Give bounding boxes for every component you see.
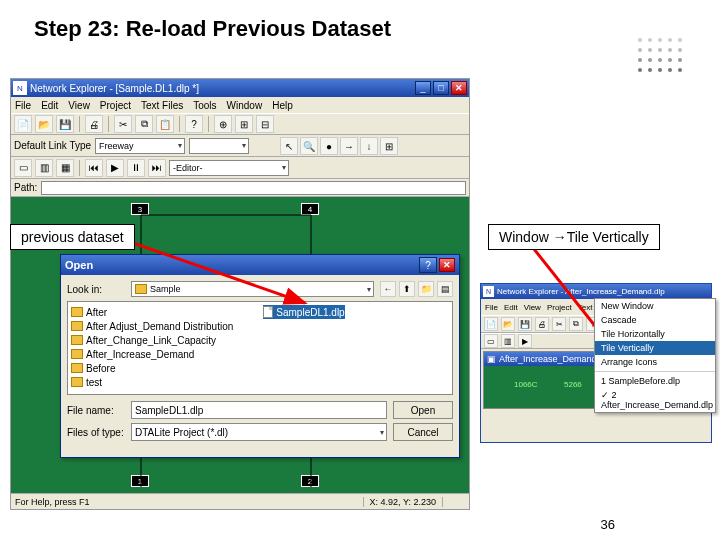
print-icon[interactable]: 🖨 bbox=[85, 115, 103, 133]
rect-tool-icon[interactable]: ▭ bbox=[484, 334, 498, 348]
pause-icon[interactable]: ⏸ bbox=[127, 159, 145, 177]
new-icon[interactable]: 📄 bbox=[484, 317, 498, 331]
menu-window-file-1[interactable]: 1 SampleBefore.dlp bbox=[595, 374, 715, 388]
chart-tool-icon[interactable]: ▥ bbox=[35, 159, 53, 177]
tool-a-icon[interactable]: ⊕ bbox=[214, 115, 232, 133]
default-link-combo[interactable]: Freeway bbox=[95, 138, 185, 154]
newfolder-icon[interactable]: 📁 bbox=[418, 281, 434, 297]
chart-tool-icon[interactable]: ▥ bbox=[501, 334, 515, 348]
node-4[interactable]: 4 bbox=[301, 203, 319, 215]
pointer-icon[interactable]: ↖ bbox=[280, 137, 298, 155]
back-icon[interactable]: ← bbox=[380, 281, 396, 297]
node-2[interactable]: 2 bbox=[301, 475, 319, 487]
folder-item[interactable]: Before bbox=[71, 361, 233, 375]
circle-icon[interactable]: ● bbox=[320, 137, 338, 155]
menu-edit[interactable]: Edit bbox=[41, 100, 58, 111]
zoom-icon[interactable]: 🔍 bbox=[300, 137, 318, 155]
svg-point-6 bbox=[648, 48, 652, 52]
print-icon[interactable]: 🖨 bbox=[535, 317, 549, 331]
new-icon[interactable]: 📄 bbox=[14, 115, 32, 133]
svg-point-4 bbox=[678, 38, 682, 42]
menu-help[interactable]: Help bbox=[272, 100, 293, 111]
menu-edit[interactable]: Edit bbox=[504, 303, 518, 312]
window-menu-dropdown: New Window Cascade Tile Horizontally Til… bbox=[594, 298, 716, 413]
folder-item[interactable]: After bbox=[71, 305, 233, 319]
menu-file[interactable]: File bbox=[15, 100, 31, 111]
node-1[interactable]: 1 bbox=[131, 475, 149, 487]
folder-item[interactable]: After_Change_Link_Capacity bbox=[71, 333, 233, 347]
menu-view[interactable]: View bbox=[68, 100, 90, 111]
open-icon[interactable]: 📂 bbox=[501, 317, 515, 331]
menu-view[interactable]: View bbox=[524, 303, 541, 312]
help-button[interactable]: ? bbox=[419, 257, 437, 273]
svg-point-12 bbox=[658, 58, 662, 62]
svg-point-16 bbox=[648, 68, 652, 72]
copy-icon[interactable]: ⧉ bbox=[135, 115, 153, 133]
menu-tools[interactable]: Tools bbox=[193, 100, 216, 111]
grid-icon[interactable]: ⊞ bbox=[380, 137, 398, 155]
tool-b-icon[interactable]: ⊞ bbox=[235, 115, 253, 133]
filename-input[interactable] bbox=[131, 401, 387, 419]
play-icon[interactable]: ▶ bbox=[106, 159, 124, 177]
forward-icon[interactable]: ⏭ bbox=[148, 159, 166, 177]
table-tool-icon[interactable]: ▦ bbox=[56, 159, 74, 177]
menu-arrange-icons[interactable]: Arrange Icons bbox=[595, 355, 715, 369]
slide-title: Step 23: Re-load Previous Dataset bbox=[0, 0, 720, 42]
menu-tile-vertically[interactable]: Tile Vertically bbox=[595, 341, 715, 355]
rect-tool-icon[interactable]: ▭ bbox=[14, 159, 32, 177]
down-tool-icon[interactable]: ↓ bbox=[360, 137, 378, 155]
annotation-previous-dataset: previous dataset bbox=[10, 224, 135, 250]
close-button[interactable]: ✕ bbox=[451, 81, 467, 95]
dialog-close-button[interactable]: ✕ bbox=[439, 258, 455, 272]
menu-file[interactable]: File bbox=[485, 303, 498, 312]
views-icon[interactable]: ▤ bbox=[437, 281, 453, 297]
menu-tile-horizontally[interactable]: Tile Horizontally bbox=[595, 327, 715, 341]
help-icon[interactable]: ? bbox=[185, 115, 203, 133]
decorative-logo bbox=[630, 30, 690, 82]
svg-point-1 bbox=[648, 38, 652, 42]
file-list[interactable]: After After Adjust_Demand Distribution A… bbox=[67, 301, 453, 395]
arrow-tool-icon[interactable]: → bbox=[340, 137, 358, 155]
svg-point-8 bbox=[668, 48, 672, 52]
menu-window-file-2[interactable]: ✓ 2 After_Increase_Demand.dlp bbox=[595, 388, 715, 412]
cut-icon[interactable]: ✂ bbox=[552, 317, 566, 331]
rewind-icon[interactable]: ⏮ bbox=[85, 159, 103, 177]
link-combo-2[interactable] bbox=[189, 138, 249, 154]
filetype-combo[interactable]: DTALite Project (*.dl) bbox=[131, 423, 387, 441]
save-icon[interactable]: 💾 bbox=[518, 317, 532, 331]
folder-item[interactable]: test bbox=[71, 375, 233, 389]
cancel-button[interactable]: Cancel bbox=[393, 423, 453, 441]
svg-point-19 bbox=[678, 68, 682, 72]
svg-point-13 bbox=[668, 58, 672, 62]
menu-project[interactable]: Project bbox=[100, 100, 131, 111]
open-icon[interactable]: 📂 bbox=[35, 115, 53, 133]
tool-c-icon[interactable]: ⊟ bbox=[256, 115, 274, 133]
paste-icon[interactable]: 📋 bbox=[156, 115, 174, 133]
menu-project[interactable]: Project bbox=[547, 303, 572, 312]
open-button[interactable]: Open bbox=[393, 401, 453, 419]
cut-icon[interactable]: ✂ bbox=[114, 115, 132, 133]
lookin-combo[interactable]: Sample bbox=[131, 281, 374, 297]
menu-cascade[interactable]: Cascade bbox=[595, 313, 715, 327]
folder-item[interactable]: After_Increase_Demand bbox=[71, 347, 233, 361]
ws-label: 5266 bbox=[564, 380, 582, 389]
play-icon[interactable]: ▶ bbox=[518, 334, 532, 348]
menu-window[interactable]: Window bbox=[227, 100, 263, 111]
copy-icon[interactable]: ⧉ bbox=[569, 317, 583, 331]
node-3[interactable]: 3 bbox=[131, 203, 149, 215]
file-item-selected[interactable]: SampleDL1.dlp bbox=[263, 305, 344, 319]
editor-combo[interactable]: -Editor- bbox=[169, 160, 289, 176]
menu-textfiles[interactable]: Text Files bbox=[141, 100, 183, 111]
menu-new-window[interactable]: New Window bbox=[595, 299, 715, 313]
main-title-text: Network Explorer - [Sample.DL1.dlp *] bbox=[30, 83, 415, 94]
minimize-button[interactable]: _ bbox=[415, 81, 431, 95]
up-icon[interactable]: ⬆ bbox=[399, 281, 415, 297]
svg-point-14 bbox=[678, 58, 682, 62]
svg-point-17 bbox=[658, 68, 662, 72]
folder-item[interactable]: After Adjust_Demand Distribution bbox=[71, 319, 233, 333]
path-input[interactable] bbox=[41, 181, 466, 195]
annotation-tile-vertically: Window →Tile Vertically bbox=[488, 224, 660, 250]
maximize-button[interactable]: □ bbox=[433, 81, 449, 95]
lookin-label: Look in: bbox=[67, 284, 125, 295]
save-icon[interactable]: 💾 bbox=[56, 115, 74, 133]
